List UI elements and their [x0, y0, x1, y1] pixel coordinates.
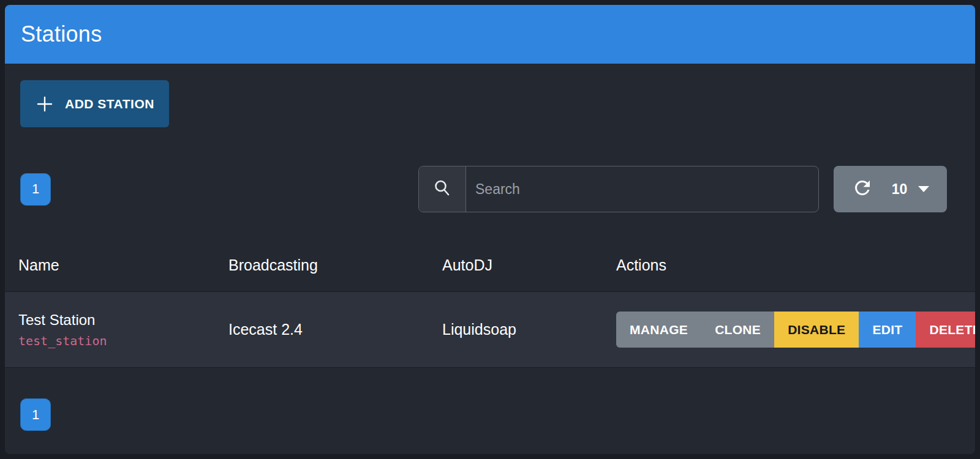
refresh-icon — [851, 177, 873, 201]
station-name: Test Station — [18, 312, 228, 329]
add-station-label: ADD STATION — [65, 97, 154, 111]
pagination-page-1-bottom[interactable]: 1 — [20, 398, 51, 431]
search-input[interactable] — [466, 166, 818, 212]
add-station-button[interactable]: ADD STATION — [20, 80, 169, 127]
column-header-actions: Actions — [616, 256, 962, 274]
pagination-page-1-top[interactable]: 1 — [20, 173, 51, 206]
refresh-button[interactable] — [851, 177, 873, 201]
table-footer: 1 — [5, 368, 975, 431]
stations-table: Name Broadcasting AutoDJ Actions Test St… — [5, 239, 975, 368]
station-name-cell: Test Station test_station — [18, 312, 228, 348]
table-row: Test Station test_station Icecast 2.4 Li… — [5, 291, 975, 368]
manage-button[interactable]: MANAGE — [616, 312, 701, 348]
station-autodj: Liquidsoap — [442, 321, 616, 338]
column-header-name: Name — [18, 256, 228, 274]
per-page-dropdown[interactable]: 10 — [892, 181, 930, 198]
plus-icon — [35, 94, 55, 114]
station-broadcasting: Icecast 2.4 — [228, 321, 442, 338]
delete-button[interactable]: DELETE — [916, 312, 975, 348]
per-page-value: 10 — [892, 181, 908, 198]
station-actions-group: MANAGE CLONE DISABLE EDIT DELETE — [616, 312, 975, 348]
column-header-autodj: AutoDJ — [442, 256, 616, 274]
controls-row: 1 10 — [20, 166, 947, 212]
edit-button[interactable]: EDIT — [859, 312, 916, 348]
search-icon — [432, 178, 452, 200]
table-header-row: Name Broadcasting AutoDJ Actions — [5, 239, 975, 291]
station-short-name: test_station — [18, 334, 228, 348]
station-actions-cell: MANAGE CLONE DISABLE EDIT DELETE — [616, 312, 975, 348]
card-header: Stations — [5, 5, 975, 64]
search-icon-segment — [419, 166, 466, 212]
column-header-broadcasting: Broadcasting — [228, 256, 442, 274]
disable-button[interactable]: DISABLE — [774, 312, 859, 348]
chevron-down-icon — [918, 186, 929, 192]
refresh-perpage-group: 10 — [834, 166, 947, 212]
stations-card: Stations ADD STATION 1 — [5, 5, 975, 454]
search-box — [418, 166, 819, 212]
clone-button[interactable]: CLONE — [701, 312, 774, 348]
page-title: Stations — [21, 21, 102, 47]
